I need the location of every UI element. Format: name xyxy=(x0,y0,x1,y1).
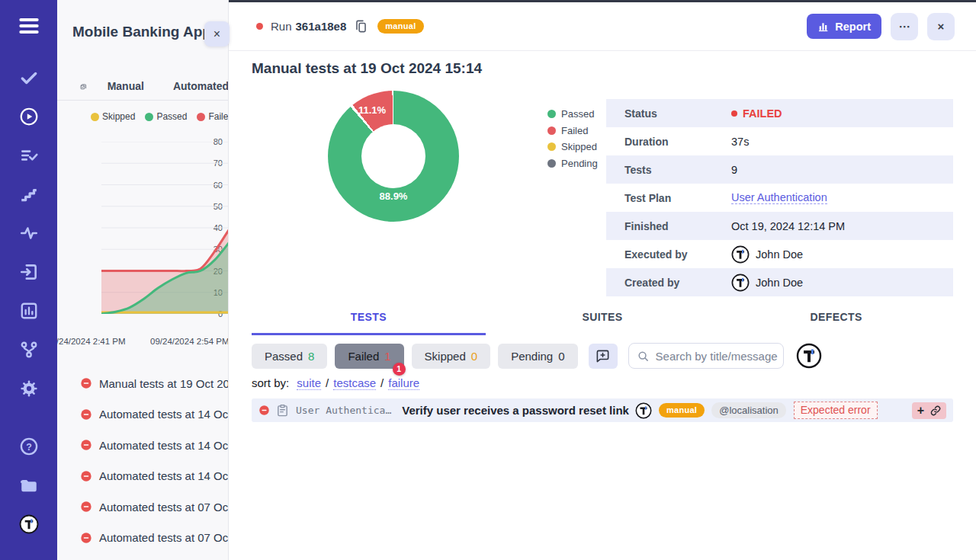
failed-dot xyxy=(547,126,556,135)
test-tag[interactable]: @localisation xyxy=(711,402,786,418)
filter-pending-button[interactable]: Pending0 xyxy=(498,344,577,369)
activity-icon[interactable] xyxy=(0,213,57,252)
assignee-avatar-button[interactable] xyxy=(796,343,822,369)
run-list-item[interactable]: Automated tests at 14 Oct 2024 xyxy=(57,430,229,461)
failed-run-icon xyxy=(80,439,92,451)
skipped-dot xyxy=(91,113,99,121)
more-button[interactable]: ⋯ xyxy=(891,13,918,40)
filter-passed-button[interactable]: Passed8 xyxy=(252,344,327,369)
filter-row: Passed8 Failed1 1 Skipped0 Pending0 xyxy=(252,343,822,369)
detail-row-finished: Finished Oct 19, 2024 12:14 PM xyxy=(606,212,953,240)
donut-legend: Passed Failed Skipped Pending xyxy=(547,106,598,171)
copy-icon xyxy=(354,19,368,34)
x-tick-0: 09/24/2024 2:41 PM xyxy=(57,337,126,346)
sort-row: sort by: suite/testcase/failure xyxy=(252,376,419,389)
run-list-item[interactable]: Automated tests at 07 Oct 2024 xyxy=(57,523,229,554)
sort-by-failure[interactable]: failure xyxy=(388,376,419,390)
header-actions: Report ⋯ × xyxy=(807,13,955,40)
test-result-row[interactable]: User Authentica… Verify user receives a … xyxy=(252,398,953,422)
runs-area-chart: 80706050403020100 09/24/2024 2:41 PM 09/… xyxy=(57,130,229,350)
app-sidebar: ? xyxy=(0,0,57,560)
play-circle-icon[interactable] xyxy=(0,97,57,136)
pending-dot xyxy=(547,159,556,168)
search-box xyxy=(628,343,784,369)
filter-failed-button[interactable]: Failed1 1 xyxy=(335,344,403,369)
bar-chart-icon xyxy=(817,21,830,33)
run-list-item[interactable]: Automated tests at 14 Oct 2024 xyxy=(57,461,229,492)
projects-folder-icon[interactable] xyxy=(0,466,57,504)
filter-skipped-button[interactable]: Skipped0 xyxy=(412,344,491,369)
analytics-icon[interactable] xyxy=(0,291,57,330)
run-list-item[interactable]: Automated tests at 07 Oct 2024 xyxy=(57,491,229,523)
tab-tests[interactable]: TESTS xyxy=(252,311,486,335)
detail-row-duration: Duration 37s xyxy=(606,127,953,155)
result-tabs: TESTS SUITES DEFECTS xyxy=(252,311,953,335)
user-avatar xyxy=(731,245,750,264)
annotation-step-1: 1 xyxy=(393,363,406,376)
donut-failed-label: 11.1% xyxy=(349,104,395,116)
search-input[interactable] xyxy=(656,350,778,363)
results-donut-chart: 88.9% 11.1% xyxy=(328,91,459,222)
runs-list: Manual tests at 19 Oct 2024 Automated te… xyxy=(57,368,229,553)
suite-name[interactable]: User Authentica… xyxy=(296,405,391,416)
panel-close-button[interactable]: × xyxy=(204,21,230,46)
sort-label: sort by: xyxy=(252,376,289,389)
detail-row-test-plan: Test Plan User Authentication xyxy=(606,184,953,212)
test-title[interactable]: Verify user receives a password reset li… xyxy=(402,404,629,417)
report-button[interactable]: Report xyxy=(807,14,881,39)
test-type-badge: manual xyxy=(659,403,705,418)
plot-area xyxy=(101,142,229,314)
failed-dot xyxy=(197,113,205,121)
passed-dot xyxy=(145,113,153,121)
donut-passed-label: 88.9% xyxy=(371,190,416,202)
run-list-item[interactable]: Automated tests at 14 Oct 2024 xyxy=(57,399,229,430)
branch-icon[interactable] xyxy=(0,330,57,369)
run-title: Manual tests at 19 Oct 2024 15:14 xyxy=(252,60,482,77)
error-message[interactable]: Expected error xyxy=(794,402,878,419)
legend-skipped: Skipped xyxy=(547,139,598,155)
run-header: Run 361a18e8 manual Report ⋯ × xyxy=(229,2,976,51)
legend-failed: Failed xyxy=(197,111,229,122)
failed-test-icon xyxy=(258,405,270,416)
run-status-dot xyxy=(256,23,263,30)
copy-run-id-button[interactable] xyxy=(354,19,368,34)
testomat-logo-icon[interactable] xyxy=(0,504,57,543)
settings-gear-icon[interactable] xyxy=(0,369,57,408)
steps-icon[interactable] xyxy=(0,174,57,213)
failed-run-icon xyxy=(80,408,92,421)
run-detail-view: Run 361a18e8 manual Report ⋯ × Manual te… xyxy=(229,0,976,560)
copy-check-icon[interactable] xyxy=(80,78,87,94)
run-type-badge: manual xyxy=(377,19,423,34)
link-icon[interactable] xyxy=(930,405,941,416)
tab-automated[interactable]: Automated xyxy=(173,80,229,92)
skipped-dot xyxy=(547,142,556,151)
help-icon[interactable]: ? xyxy=(0,427,57,466)
tab-suites[interactable]: SUITES xyxy=(486,311,720,335)
tab-defects[interactable]: DEFECTS xyxy=(719,311,953,335)
legend-failed: Failed xyxy=(547,123,598,139)
close-run-button[interactable]: × xyxy=(927,13,955,40)
user-avatar xyxy=(731,274,750,292)
svg-text:?: ? xyxy=(26,441,32,452)
sort-by-testcase[interactable]: testcase xyxy=(333,376,376,390)
check-icon[interactable] xyxy=(0,58,57,97)
tab-manual[interactable]: Manual xyxy=(108,80,144,92)
list-check-icon[interactable] xyxy=(0,136,57,174)
run-id: 361a18e8 xyxy=(296,20,347,33)
test-plan-link[interactable]: User Authentication xyxy=(731,191,827,204)
status-value: FAILED xyxy=(731,107,782,120)
x-tick-1: 09/24/2024 2:54 PM xyxy=(150,337,229,346)
project-tabs: Manual Automated xyxy=(57,72,229,101)
run-list-item[interactable]: Manual tests at 19 Oct 2024 xyxy=(57,368,229,399)
legend-passed: Passed xyxy=(145,111,187,122)
comment-add-button[interactable] xyxy=(589,344,618,369)
run-details-table: Status FAILED Duration 37s Tests 9 Test … xyxy=(606,99,953,296)
project-title: Mobile Banking App xyxy=(72,24,211,40)
run-label: Run xyxy=(271,20,292,33)
search-icon xyxy=(637,350,649,362)
menu-icon[interactable] xyxy=(0,0,57,52)
add-defect-button[interactable]: + xyxy=(917,405,924,417)
detail-row-executed-by: Executed by John Doe xyxy=(606,240,953,268)
sign-in-icon[interactable] xyxy=(0,252,57,291)
sort-by-suite[interactable]: suite xyxy=(297,376,321,390)
